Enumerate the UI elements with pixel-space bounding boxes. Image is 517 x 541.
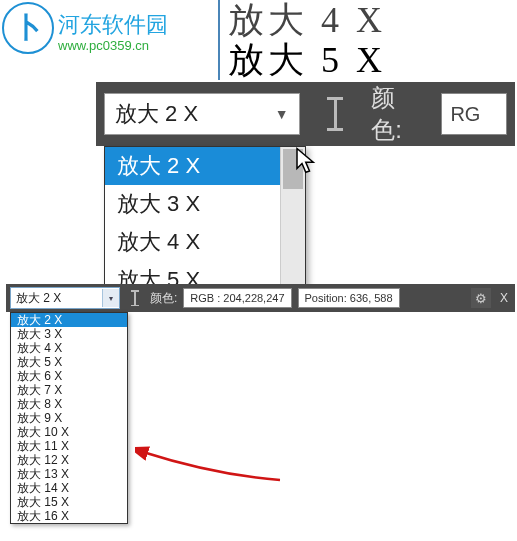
zoom-option[interactable]: 放大 4 X — [11, 341, 127, 355]
gear-icon: ⚙ — [475, 291, 487, 306]
zoom-option[interactable]: 放大 14 X — [11, 481, 127, 495]
chevron-down-icon: ▼ — [275, 106, 289, 122]
zoom-combo[interactable]: 放大 2 X ▾ — [10, 287, 120, 309]
preview-line-1: 放大 4 X — [220, 0, 517, 40]
logo-icon: 卜 — [2, 2, 54, 54]
rgb-text: RGB : 204,228,247 — [190, 292, 284, 304]
annotation-arrow-icon — [135, 410, 285, 494]
zoom-option[interactable]: 放大 15 X — [11, 495, 127, 509]
rgb-chip-big: RG — [441, 93, 507, 135]
zoom-option[interactable]: 放大 7 X — [11, 383, 127, 397]
zoom-option[interactable]: 放大 16 X — [11, 509, 127, 523]
color-label-big: 颜色: — [371, 82, 425, 146]
zoom-option[interactable]: 放大 10 X — [11, 425, 127, 439]
preview-line-2: 放大 5 X — [220, 40, 517, 80]
zoom-combo-big[interactable]: 放大 2 X ▼ — [104, 93, 300, 135]
zoom-option[interactable]: 放大 6 X — [11, 369, 127, 383]
site-title: 河东软件园 — [58, 10, 168, 40]
zoom-option[interactable]: 放大 9 X — [11, 411, 127, 425]
text-cursor-icon — [316, 92, 356, 136]
zoom-dropdown[interactable]: 放大 2 X放大 3 X放大 4 X放大 5 X放大 6 X放大 7 X放大 8… — [10, 312, 128, 524]
zoom-preview: 放大 4 X 放大 5 X — [218, 0, 517, 80]
site-watermark: 卜 — [2, 2, 54, 54]
combo-value: 放大 2 X — [115, 99, 198, 129]
zoom-option[interactable]: 放大 2 X — [11, 313, 127, 327]
zoom-dropdown-big[interactable]: 放大 2 X放大 3 X放大 4 X放大 5 X — [104, 146, 306, 300]
color-label: 颜色: — [150, 290, 177, 307]
chevron-down-icon[interactable]: ▾ — [102, 289, 119, 307]
toolbar-zoomed: 放大 2 X ▼ 颜色: RG — [96, 82, 515, 146]
zoom-option[interactable]: 放大 4 X — [105, 223, 305, 261]
position-text: Position: 636, 588 — [305, 292, 393, 304]
mouse-pointer-icon — [294, 146, 320, 180]
zoom-option[interactable]: 放大 11 X — [11, 439, 127, 453]
zoom-option[interactable]: 放大 3 X — [105, 185, 305, 223]
zoom-option[interactable]: 放大 3 X — [11, 327, 127, 341]
rgb-prefix: RG — [450, 103, 480, 126]
text-cursor-icon — [126, 287, 144, 309]
zoom-option[interactable]: 放大 13 X — [11, 467, 127, 481]
logo-glyph: 卜 — [14, 9, 42, 47]
settings-button[interactable]: ⚙ — [471, 288, 491, 308]
rgb-value: RGB : 204,228,247 — [183, 288, 291, 308]
site-url: www.pc0359.cn — [58, 38, 149, 53]
toolbar: 放大 2 X ▾ 颜色: RGB : 204,228,247 Position:… — [6, 284, 515, 312]
zoom-option[interactable]: 放大 8 X — [11, 397, 127, 411]
zoom-option[interactable]: 放大 12 X — [11, 453, 127, 467]
zoom-option[interactable]: 放大 5 X — [11, 355, 127, 369]
zoom-option[interactable]: 放大 2 X — [105, 147, 305, 185]
position-value: Position: 636, 588 — [298, 288, 400, 308]
x-label: X — [497, 291, 511, 305]
combo-value: 放大 2 X — [16, 290, 61, 307]
